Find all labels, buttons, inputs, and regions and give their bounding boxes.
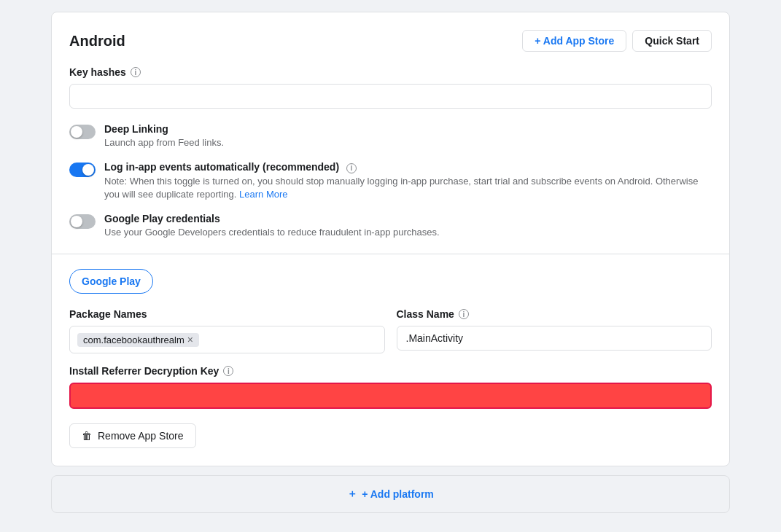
- tag-remove-icon[interactable]: ×: [187, 335, 193, 345]
- class-name-field: Class Name i: [397, 308, 712, 353]
- log-in-app-toggle[interactable]: [69, 163, 96, 177]
- add-platform-bar[interactable]: ＋ + Add platform: [51, 475, 730, 513]
- install-referrer-info-icon: i: [223, 366, 233, 376]
- key-hashes-section: Key hashes i: [69, 66, 712, 109]
- footer-bar: Discard Save changes: [51, 522, 730, 532]
- class-name-label: Class Name i: [397, 308, 712, 320]
- learn-more-link[interactable]: Learn More: [239, 189, 287, 200]
- key-hashes-label: Key hashes i: [69, 66, 712, 78]
- remove-app-store-button[interactable]: 🗑 Remove App Store: [69, 423, 196, 448]
- plus-icon: ＋: [347, 488, 357, 501]
- divider: [52, 254, 729, 254]
- google-play-credentials-title: Google Play credentials: [104, 213, 712, 224]
- package-names-input[interactable]: com.facebookauthrealm ×: [69, 326, 385, 353]
- deep-linking-toggle[interactable]: [69, 125, 96, 139]
- add-app-store-button[interactable]: + Add App Store: [522, 30, 626, 52]
- log-in-app-desc: Note: When this toggle is turned on, you…: [104, 175, 712, 201]
- install-referrer-section: Install Referrer Decryption Key i: [69, 365, 712, 409]
- deep-linking-title: Deep Linking: [104, 123, 712, 135]
- section-title: Android: [69, 33, 125, 50]
- google-play-credentials-toggle[interactable]: [69, 214, 96, 229]
- package-class-row: Package Names com.facebookauthrealm × Cl…: [69, 308, 712, 353]
- key-hashes-info-icon: i: [131, 67, 141, 77]
- deep-linking-desc: Launch app from Feed links.: [104, 136, 712, 149]
- log-in-app-text: Log in-app events automatically (recomme…: [104, 161, 712, 201]
- deep-linking-text: Deep Linking Launch app from Feed links.: [104, 123, 712, 149]
- package-name-tag: com.facebookauthrealm ×: [77, 333, 199, 347]
- google-play-credentials-row: Google Play credentials Use your Google …: [69, 213, 712, 239]
- install-referrer-input[interactable]: [69, 383, 712, 409]
- google-play-credentials-desc: Use your Google Developers credentials t…: [104, 226, 712, 239]
- google-play-credentials-text: Google Play credentials Use your Google …: [104, 213, 712, 239]
- class-name-input[interactable]: [397, 326, 712, 351]
- log-in-app-info-icon: i: [346, 163, 357, 173]
- package-names-label: Package Names: [69, 308, 385, 320]
- class-name-info-icon: i: [459, 309, 469, 319]
- key-hashes-input[interactable]: [69, 84, 712, 109]
- trash-icon: 🗑: [82, 430, 92, 442]
- section-header: Android + Add App Store Quick Start: [69, 30, 712, 52]
- install-referrer-label: Install Referrer Decryption Key i: [69, 365, 712, 377]
- log-in-app-title: Log in-app events automatically (recomme…: [104, 161, 712, 173]
- package-names-field: Package Names com.facebookauthrealm ×: [69, 308, 385, 353]
- header-buttons: + Add App Store Quick Start: [522, 30, 712, 52]
- google-play-tab[interactable]: Google Play: [69, 269, 153, 294]
- log-in-app-row: Log in-app events automatically (recomme…: [69, 161, 712, 201]
- deep-linking-row: Deep Linking Launch app from Feed links.: [69, 123, 712, 149]
- quick-start-button[interactable]: Quick Start: [632, 30, 712, 52]
